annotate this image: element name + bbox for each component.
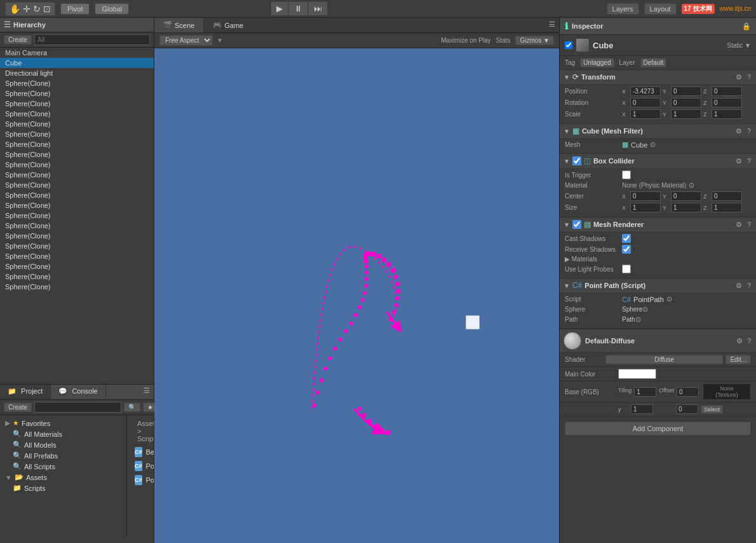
- texture-select-button[interactable]: Select: [701, 405, 723, 414]
- sphere-target-button[interactable]: ⊙: [642, 305, 648, 313]
- layout-button[interactable]: Layout: [644, 3, 677, 15]
- tab-console[interactable]: 💬 Console: [51, 385, 105, 399]
- step-button[interactable]: ⏭: [308, 1, 328, 16]
- tab-scene[interactable]: 🎬 Scene: [154, 18, 204, 32]
- scale-z-input[interactable]: [712, 109, 742, 119]
- tab-game[interactable]: 🎮 Game: [204, 18, 253, 32]
- list-item[interactable]: Sphere(Clone): [0, 282, 154, 292]
- project-create-button[interactable]: Create: [4, 402, 32, 412]
- pause-button[interactable]: ⏸: [288, 1, 308, 16]
- assets-group[interactable]: ▼ 📂 Assets: [3, 472, 124, 483]
- mesh-filter-settings-icon[interactable]: ⚙: [734, 127, 743, 135]
- transform-settings-icon[interactable]: ⚙: [734, 73, 743, 81]
- list-item[interactable]: Sphere(Clone): [0, 139, 154, 149]
- global-button[interactable]: Global: [95, 3, 129, 15]
- favorites-group[interactable]: ▶ ★ Favorites: [3, 418, 124, 429]
- layers-button[interactable]: Layers: [607, 3, 639, 15]
- scene-panel-menu[interactable]: ☰: [545, 18, 559, 32]
- list-item[interactable]: Sphere(Clone): [0, 210, 154, 221]
- point-path-file[interactable]: C# PointPath: [132, 473, 149, 487]
- mesh-renderer-header[interactable]: ▼ ▤ Mesh Renderer ⚙ ?: [560, 217, 756, 231]
- list-item[interactable]: Sphere(Clone): [0, 231, 154, 241]
- pivot-button[interactable]: Pivot: [60, 3, 90, 15]
- rotation-y-input[interactable]: [671, 98, 701, 107]
- material-settings-icon[interactable]: ⚙: [735, 337, 744, 345]
- point-path-header[interactable]: ▼ C# Point Path (Script) ⚙ ?: [560, 278, 756, 292]
- list-item[interactable]: Sphere(Clone): [0, 251, 154, 261]
- list-item[interactable]: Sphere(Clone): [0, 200, 154, 210]
- list-item[interactable]: Sphere(Clone): [0, 180, 154, 190]
- path-target-button[interactable]: ⊙: [635, 315, 641, 324]
- point-path-help-icon[interactable]: ?: [746, 282, 752, 290]
- collider-material-target-button[interactable]: ⊙: [689, 181, 694, 189]
- all-prefabs-item[interactable]: 🔍 All Prefabs: [3, 450, 124, 461]
- materials-foldout[interactable]: ▶ Materials: [565, 256, 597, 263]
- move-tool-icon[interactable]: ✛: [23, 4, 30, 14]
- list-item[interactable]: Sphere(Clone): [0, 272, 154, 282]
- scene-cube-object[interactable]: [466, 315, 480, 329]
- list-item[interactable]: Sphere(Clone): [0, 149, 154, 160]
- hierarchy-create-button[interactable]: Create: [4, 35, 32, 45]
- material-help-icon[interactable]: ?: [746, 337, 752, 345]
- receive-shadows-checkbox[interactable]: [622, 245, 631, 254]
- transform-tools[interactable]: ✋ ✛ ↻ ⊡: [5, 2, 55, 16]
- use-light-probes-checkbox[interactable]: [622, 265, 631, 273]
- scale-y-input[interactable]: [671, 109, 701, 119]
- scripts-folder-item[interactable]: 📁 Scripts: [3, 483, 124, 493]
- list-item[interactable]: Sphere(Clone): [0, 261, 154, 272]
- offset-x-input[interactable]: [677, 387, 699, 397]
- hierarchy-item-directional-light[interactable]: Directional light: [0, 68, 154, 78]
- scene-viewport[interactable]: [154, 48, 559, 543]
- list-item[interactable]: Sphere(Clone): [0, 129, 154, 139]
- inspector-lock-icon[interactable]: 🔒: [742, 22, 751, 31]
- center-y-input[interactable]: [671, 191, 701, 201]
- all-materials-item[interactable]: 🔍 All Materials: [3, 429, 124, 439]
- box-collider-enabled-checkbox[interactable]: [572, 156, 581, 165]
- size-z-input[interactable]: [712, 203, 742, 212]
- play-button[interactable]: ▶: [271, 1, 288, 16]
- list-item[interactable]: Sphere(Clone): [0, 241, 154, 251]
- object-active-checkbox[interactable]: [565, 41, 572, 49]
- position-z-input[interactable]: [712, 86, 742, 96]
- list-item[interactable]: Sphere(Clone): [0, 109, 154, 119]
- hierarchy-search[interactable]: [34, 34, 150, 45]
- size-x-input[interactable]: [630, 203, 661, 212]
- rotation-z-input[interactable]: [712, 98, 742, 107]
- point-controller-file[interactable]: C# PointController: [132, 459, 149, 473]
- all-models-item[interactable]: 🔍 All Models: [3, 439, 124, 450]
- center-x-input[interactable]: [630, 191, 661, 201]
- list-item[interactable]: Sphere(Clone): [0, 221, 154, 231]
- rotation-x-input[interactable]: [630, 98, 661, 107]
- project-panel-menu[interactable]: ☰: [140, 385, 154, 399]
- project-search[interactable]: [34, 402, 121, 413]
- box-collider-header[interactable]: ▼ ◫ Box Collider ⚙ ?: [560, 154, 756, 168]
- scale-x-input[interactable]: [630, 109, 661, 119]
- point-path-settings-icon[interactable]: ⚙: [734, 282, 743, 290]
- position-x-input[interactable]: [630, 86, 661, 96]
- tag-dropdown[interactable]: Untagged: [580, 58, 614, 67]
- mesh-renderer-enabled-checkbox[interactable]: [572, 220, 581, 229]
- hierarchy-item-cube[interactable]: Cube: [0, 58, 154, 68]
- main-color-swatch[interactable]: [618, 369, 656, 379]
- all-scripts-item[interactable]: 🔍 All Scripts: [3, 461, 124, 472]
- tab-project[interactable]: 📁 Project: [0, 385, 51, 399]
- project-filter-icon[interactable]: 🔍: [124, 402, 140, 412]
- aspect-select[interactable]: Free Aspect: [159, 35, 213, 46]
- list-item[interactable]: Sphere(Clone): [0, 88, 154, 99]
- bezier-file[interactable]: C# Bezier: [132, 445, 149, 459]
- shader-dropdown[interactable]: Diffuse: [605, 355, 723, 364]
- stats-label[interactable]: Stats: [496, 37, 511, 44]
- gizmos-button[interactable]: Gizmos ▼: [515, 36, 554, 45]
- rotate-tool-icon[interactable]: ↻: [33, 4, 41, 14]
- tiling-x-input[interactable]: [634, 387, 656, 397]
- size-y-input[interactable]: [671, 203, 701, 212]
- tiling-y-input[interactable]: [631, 404, 653, 414]
- mesh-renderer-settings-icon[interactable]: ⚙: [734, 221, 743, 229]
- list-item[interactable]: Sphere(Clone): [0, 190, 154, 200]
- shader-edit-button[interactable]: Edit...: [726, 355, 751, 364]
- mesh-target-button[interactable]: ⊙: [650, 141, 656, 149]
- scale-tool-icon[interactable]: ⊡: [43, 4, 51, 14]
- mesh-filter-header[interactable]: ▼ ▦ Cube (Mesh Filter) ⚙ ?: [560, 124, 756, 138]
- mesh-renderer-help-icon[interactable]: ?: [746, 221, 752, 229]
- offset-y-input[interactable]: [676, 404, 698, 414]
